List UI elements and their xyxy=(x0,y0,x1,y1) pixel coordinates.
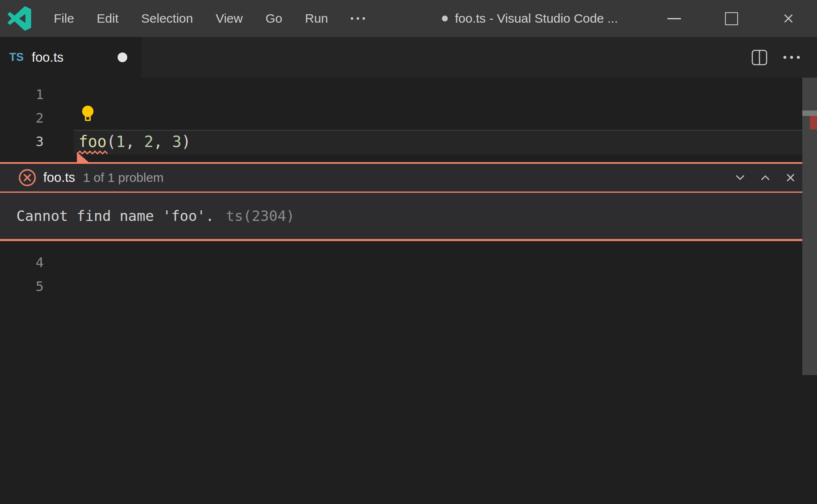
tab-label: foo.ts xyxy=(32,50,64,65)
code-token: 2 xyxy=(144,133,153,151)
more-icon xyxy=(783,56,800,59)
code-token: ( xyxy=(107,133,116,151)
line-number: 4 xyxy=(0,251,44,274)
maximize-button[interactable] xyxy=(703,0,760,37)
menu-item-selection[interactable]: Selection xyxy=(130,11,204,26)
tab-foo-ts[interactable]: TS foo.ts xyxy=(0,37,141,78)
code-token: foo xyxy=(79,133,107,151)
code-token: 1 xyxy=(116,133,125,151)
split-editor-icon xyxy=(751,49,768,66)
titlebar: File Edit Selection View Go Run foo.ts -… xyxy=(0,0,817,37)
code-token: 3 xyxy=(172,133,181,151)
maximize-icon xyxy=(725,12,738,25)
previous-problem-button[interactable] xyxy=(758,171,772,185)
peek-error-code: ts(2304) xyxy=(226,207,295,224)
line-number: 1 xyxy=(0,83,44,106)
tab-bar: TS foo.ts xyxy=(0,37,817,78)
line-number: 5 xyxy=(0,275,44,298)
peek-header: foo.ts 1 of 1 problem xyxy=(0,164,802,192)
minimize-icon xyxy=(667,18,681,19)
ts-file-icon: TS xyxy=(9,51,24,64)
editor-actions xyxy=(749,37,802,78)
menu-item-edit[interactable]: Edit xyxy=(85,11,130,26)
menu-item-run[interactable]: Run xyxy=(294,11,339,26)
scrollbar-slider[interactable] xyxy=(802,110,817,116)
window-controls xyxy=(646,0,817,37)
vscode-window: File Edit Selection View Go Run foo.ts -… xyxy=(0,0,817,504)
modified-dot-icon[interactable] xyxy=(118,52,127,62)
peek-message: Cannot find name 'foo'. xyxy=(16,207,214,224)
lightbulb-icon[interactable] xyxy=(81,105,94,123)
minimize-button[interactable] xyxy=(646,0,703,37)
peek-actions xyxy=(733,164,798,192)
vscode-logo-icon xyxy=(6,6,32,31)
close-icon xyxy=(783,171,798,185)
problems-peek: foo.ts 1 of 1 problem xyxy=(0,162,802,241)
menu-item-go[interactable]: Go xyxy=(254,11,294,26)
next-problem-button[interactable] xyxy=(733,171,747,185)
split-editor-button[interactable] xyxy=(749,45,770,70)
error-circle-icon xyxy=(18,168,37,187)
more-icon xyxy=(351,17,353,20)
error-overview-marker xyxy=(810,116,817,129)
peek-close-button[interactable] xyxy=(783,171,798,185)
dirty-indicator-icon xyxy=(442,16,448,21)
menu-item-view[interactable]: View xyxy=(204,11,254,26)
chevron-up-icon xyxy=(758,171,772,185)
close-button[interactable] xyxy=(760,0,817,37)
code-token: , xyxy=(153,133,172,151)
more-actions-button[interactable] xyxy=(780,45,802,70)
code-token: , xyxy=(125,133,144,151)
line-number: 2 xyxy=(0,106,44,130)
code-token: ) xyxy=(181,133,191,151)
scrollbar-track[interactable] xyxy=(802,78,817,375)
window-title: foo.ts - Visual Studio Code ... xyxy=(442,0,618,37)
menu-more-button[interactable] xyxy=(339,0,376,37)
chevron-down-icon xyxy=(733,171,747,185)
peek-body: Cannot find name 'foo'. ts(2304) xyxy=(0,193,802,239)
line-number-active: 3 xyxy=(0,130,44,153)
peek-file-name: foo.ts xyxy=(43,170,75,185)
menu-item-file[interactable]: File xyxy=(42,11,85,26)
menubar: File Edit Selection View Go Run xyxy=(42,0,376,37)
window-title-text: foo.ts - Visual Studio Code ... xyxy=(455,11,618,26)
peek-problem-count: 1 of 1 problem xyxy=(83,171,164,185)
close-icon xyxy=(781,11,796,26)
error-squiggle xyxy=(77,150,108,155)
peek-bottom-border xyxy=(0,239,802,241)
